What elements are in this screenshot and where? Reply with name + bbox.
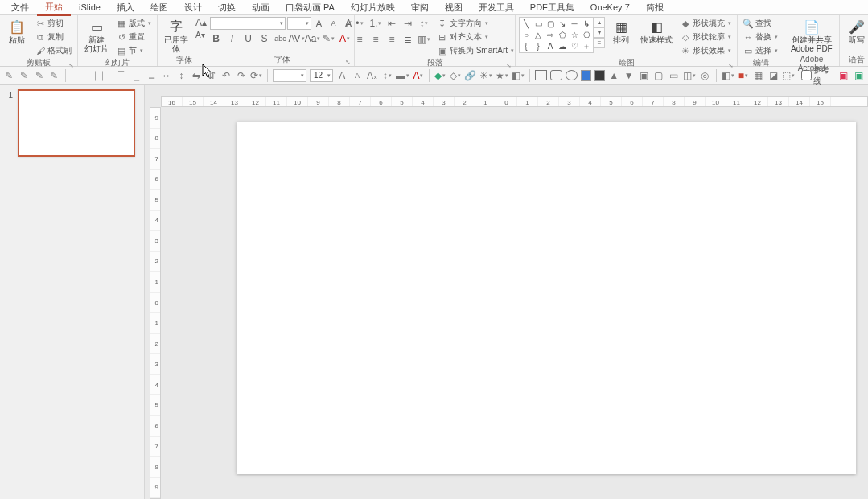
align-top-qat[interactable]: ⎺: [115, 69, 127, 82]
qat-outline[interactable]: ◇: [450, 69, 462, 82]
align-right-button[interactable]: ≡: [385, 33, 398, 46]
vertical-ruler[interactable]: 9876543210123456789: [150, 107, 161, 499]
justify-button[interactable]: ≣: [401, 33, 414, 46]
replace-button[interactable]: ↔替换▾: [741, 31, 780, 43]
shape-heart[interactable]: ♡: [569, 41, 580, 52]
shape-star[interactable]: ☆: [569, 30, 580, 40]
menu-pa[interactable]: 口袋动画 PA: [278, 0, 343, 15]
menu-anim[interactable]: 动画: [244, 0, 278, 15]
section-button[interactable]: ▤节▾: [114, 44, 154, 57]
shape-roundrect[interactable]: ▢: [545, 19, 556, 29]
text-direction-button[interactable]: ↧文字方向▾: [435, 17, 516, 30]
align-right-qat[interactable]: ⎸: [101, 69, 113, 82]
qat-star[interactable]: ★: [496, 69, 508, 82]
bullets-button[interactable]: •: [353, 17, 366, 30]
shapes-expand[interactable]: ≡: [594, 38, 605, 48]
new-slide-button[interactable]: ▭ 新建 幻灯片: [81, 17, 112, 55]
copy-button[interactable]: ⧉复制: [33, 31, 74, 43]
qat-swatch-blue[interactable]: [581, 70, 591, 81]
qat-misc1[interactable]: ◧: [722, 69, 734, 82]
eyedropper-2[interactable]: ✎: [19, 69, 31, 82]
shape-brace[interactable]: {: [520, 41, 532, 52]
qat-link[interactable]: 🔗: [464, 69, 476, 82]
increase-font-icon[interactable]: A▴: [195, 17, 207, 28]
qat-shape-rect[interactable]: [535, 70, 547, 80]
align-middle-qat[interactable]: ⎯: [130, 69, 142, 82]
qat-fill[interactable]: ◆: [434, 69, 446, 82]
qat-group[interactable]: ▣: [638, 69, 650, 82]
highlight-button[interactable]: ✎: [323, 32, 335, 45]
cut-button[interactable]: ✂剪切: [33, 17, 74, 30]
menu-onekey[interactable]: OneKey 7: [582, 1, 638, 14]
eyedropper-1[interactable]: ✎: [3, 69, 15, 82]
shape-cloud[interactable]: ☁: [557, 41, 568, 52]
align-left-button[interactable]: ≡: [353, 33, 366, 46]
line-spacing-button[interactable]: ↕: [418, 17, 430, 30]
shape-arrowr[interactable]: ⇨: [545, 30, 556, 40]
rotate-menu-qat[interactable]: ⟳: [250, 69, 262, 82]
shape-poly[interactable]: ⬠: [557, 30, 568, 40]
shape-oval[interactable]: ○: [520, 30, 532, 40]
indent-button[interactable]: ⇥: [401, 17, 414, 30]
shape-plus[interactable]: ＋: [581, 41, 592, 52]
menu-home[interactable]: 开始: [37, 0, 71, 16]
arrange-button[interactable]: ▦ 排列: [607, 17, 635, 46]
font-family-combo[interactable]: ▾: [210, 17, 286, 30]
change-case-button[interactable]: Aa: [306, 32, 319, 45]
font-color-button[interactable]: A: [339, 32, 352, 45]
find-button[interactable]: 🔍查找: [741, 17, 780, 30]
qat-sub[interactable]: Aₓ: [366, 69, 378, 82]
menu-view[interactable]: 视图: [437, 0, 471, 15]
qat-swatch-dark[interactable]: [594, 70, 605, 81]
shape-callout[interactable]: ⎔: [581, 30, 592, 40]
shape-rect[interactable]: ▭: [533, 19, 544, 29]
shape-line2[interactable]: ─: [569, 19, 580, 29]
font-panel-button[interactable]: 字 已用字 体: [161, 17, 191, 55]
format-painter-button[interactable]: 🖌格式刷: [33, 44, 74, 57]
dist-v-qat[interactable]: ↕: [175, 69, 187, 82]
align-text-button[interactable]: ⊟对齐文本▾: [435, 31, 516, 43]
shapes-scroll-up[interactable]: ▴: [594, 17, 605, 27]
shape-fill-button[interactable]: ◆形状填充▾: [678, 17, 734, 30]
qat-help-icon[interactable]: ▣: [853, 69, 865, 82]
menu-dev[interactable]: 开发工具: [471, 0, 522, 15]
numbering-button[interactable]: 1.: [369, 17, 382, 30]
qat-effects[interactable]: ☀: [479, 69, 492, 82]
eyedropper-4[interactable]: ✎: [48, 69, 60, 82]
char-spacing-button[interactable]: AV: [290, 32, 303, 45]
rotate-r-qat[interactable]: ↷: [236, 69, 248, 82]
paragraph-launcher[interactable]: ⤡: [506, 62, 512, 69]
reset-button[interactable]: ↺重置: [114, 31, 154, 43]
menu-trans[interactable]: 切换: [210, 0, 244, 15]
shapes-scroll-down[interactable]: ▾: [594, 27, 605, 38]
qat-office-icon[interactable]: ▣: [838, 69, 850, 82]
qat-field[interactable]: ▭: [668, 69, 680, 82]
shape-connector[interactable]: ↳: [581, 19, 592, 29]
align-center-h-qat[interactable]: ⎹: [85, 69, 97, 82]
menu-brief[interactable]: 简报: [638, 0, 672, 15]
dist-h-qat[interactable]: ↔: [160, 69, 172, 82]
flip-h-qat[interactable]: ⇋: [191, 69, 203, 82]
qat-font-combo[interactable]: ▾: [273, 69, 306, 82]
dictate-button[interactable]: 🎤 听写: [843, 17, 868, 46]
eyedropper-3[interactable]: ✎: [33, 69, 45, 82]
shapes-gallery[interactable]: ╲ ▭ ▢ ↘ ─ ↳ ○ △ ⇨ ⬠ ☆ ⎔ { } A ☁ ♡: [519, 17, 594, 53]
shape-text[interactable]: A: [545, 41, 556, 52]
qat-spacing[interactable]: ↕: [381, 69, 393, 82]
font-size-combo[interactable]: ▾: [287, 17, 311, 30]
shrink-font-button[interactable]: A: [327, 17, 340, 30]
strike-button[interactable]: S: [258, 32, 271, 45]
qat-shape-oval[interactable]: [566, 70, 578, 80]
qat-misc2[interactable]: ■: [738, 69, 750, 82]
smartart-button[interactable]: ▣转换为 SmartArt▾: [435, 44, 516, 57]
qat-grid-btn[interactable]: ▦: [752, 69, 764, 82]
rotate-l-qat[interactable]: ↶: [220, 69, 232, 82]
bold-button[interactable]: B: [210, 32, 223, 45]
select-button[interactable]: ▭选择▾: [741, 44, 780, 57]
menu-insert[interactable]: 插入: [109, 0, 142, 15]
acrobat-button[interactable]: 📄 创建并共享 Adobe PDF: [788, 17, 836, 55]
menu-design[interactable]: 设计: [176, 0, 210, 15]
qat-merge[interactable]: ◎: [699, 69, 711, 82]
shape-brace2[interactable]: }: [533, 41, 544, 52]
shape-arrow[interactable]: ↘: [557, 19, 568, 29]
